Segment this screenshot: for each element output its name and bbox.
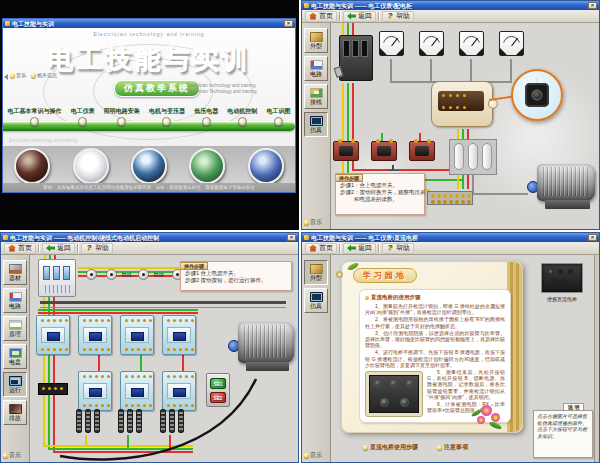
view-sidebar: 器材 电路 原理 电盘 运行 排故 音乐 xyxy=(1,255,30,462)
sidebar-view-appearance[interactable]: 外型 xyxy=(304,28,328,53)
start-button[interactable]: SB1 xyxy=(210,378,226,389)
app-icon xyxy=(3,235,8,240)
help-button[interactable]: 帮助 xyxy=(382,243,414,254)
menu-sphere-icon[interactable] xyxy=(238,117,247,126)
lesson-step: 4、进行电桥平衡调节。先按下按钮 B 接通电源，再按下按钮 G 接通检流计。根据… xyxy=(365,349,505,368)
transfer-switch[interactable] xyxy=(431,81,493,127)
close-button[interactable] xyxy=(287,234,296,241)
titlebar: 电工技能与实训 —— 电工仪表\直流电桥 xyxy=(302,233,599,242)
close-button[interactable] xyxy=(588,234,597,241)
view-sidebar: 外型 电路 接线 仿真 音乐 xyxy=(302,23,331,229)
splash-window: 电工技能与实训 Electrician technology and train… xyxy=(2,18,296,193)
menu-item-motor-control[interactable]: 电动机控制 xyxy=(227,108,257,126)
sidebar-view-panel-wiring[interactable]: 电盘 xyxy=(3,344,27,369)
wire xyxy=(470,59,472,81)
motor-fins xyxy=(543,167,588,196)
learning-canvas: 学习园地 直流电桥的使用步骤 1、测量前先打开检流计锁扣，即将 G 接线柱处的金… xyxy=(331,255,599,462)
main-breaker[interactable] xyxy=(38,259,76,297)
fuse-label-fu1: FU1 xyxy=(122,272,131,278)
window-title: 电工技能与实训 xyxy=(12,20,282,28)
wire xyxy=(347,83,349,179)
wire xyxy=(510,59,512,81)
current-transformer-2 xyxy=(371,141,397,161)
close-button[interactable] xyxy=(284,20,293,27)
contactor-label-chip xyxy=(131,332,144,341)
menu-item-lowvoltage[interactable]: 低压电器 xyxy=(194,108,218,126)
motor xyxy=(527,161,597,213)
window-title: 电工技能与实训 —— 电工仪表\直流电桥 xyxy=(311,234,586,242)
monitor-icon xyxy=(310,116,323,126)
menu-sphere-icon[interactable] xyxy=(274,117,283,126)
close-button[interactable] xyxy=(588,2,597,9)
sidebar-view-principle[interactable]: 原理 xyxy=(3,316,27,341)
sidebar-view-troubleshoot[interactable]: 排故 xyxy=(3,400,27,425)
home-button[interactable]: 首页 xyxy=(305,11,337,22)
resistor-coil xyxy=(178,409,184,433)
help-button[interactable]: 帮助 xyxy=(382,11,414,22)
sidebar-view-wiring[interactable]: 接线 xyxy=(304,84,328,109)
music-toggle[interactable]: 音乐 xyxy=(304,451,322,460)
starting-resistor-bank-2 xyxy=(118,409,142,433)
menu-item-motors-transformers[interactable]: 电机与变压器 xyxy=(149,108,185,126)
credits-text: 研制：大连海事大学信息工程学院信息教育技术研究所 出版：高等教育出版社 高等教育… xyxy=(43,185,255,190)
ct-terminal xyxy=(427,139,431,143)
music-toggle[interactable]: 音乐 xyxy=(3,451,21,460)
resistor-coil xyxy=(136,409,142,433)
main-breaker[interactable] xyxy=(339,35,373,81)
circuit-icon xyxy=(9,292,22,302)
ct-terminal xyxy=(338,139,342,143)
menu-sphere-icon[interactable] xyxy=(78,117,87,126)
music-ball-icon xyxy=(3,453,8,458)
app-logo-title: 电工技能与实训 xyxy=(3,42,295,77)
link-usage-steps[interactable]: 直流电桥使用步骤 xyxy=(363,443,418,452)
music-toggle[interactable]: 音乐 xyxy=(304,218,322,227)
bridge-device-photo xyxy=(365,371,423,417)
sidebar-view-simulation[interactable]: 仿真 xyxy=(304,288,328,313)
lesson-topic: 直流电桥的使用步骤 xyxy=(365,294,505,301)
breaker-handle[interactable] xyxy=(334,66,344,78)
contactor-km3 xyxy=(120,315,154,355)
menu-item-instruments[interactable]: 电工仪表 xyxy=(71,108,95,126)
ground-bar xyxy=(387,170,399,171)
sidebar-view-run[interactable]: 运行 xyxy=(3,372,27,397)
window-splash: 电工技能与实训 Electrician technology and train… xyxy=(0,0,299,230)
back-button[interactable]: 返回 xyxy=(42,243,75,254)
sidebar-view-appearance[interactable]: 外型 xyxy=(304,260,328,285)
splash-titlebar: 电工技能与实训 xyxy=(3,19,295,28)
sidebar-view-equipment[interactable]: 器材 xyxy=(3,260,27,285)
menu-sphere-icon[interactable] xyxy=(202,117,211,126)
menu-item-lighting[interactable]: 照明电路安装 xyxy=(104,108,140,126)
toolbar: 首页 返回 帮助 xyxy=(302,242,599,255)
menu-item-drawings[interactable]: 电工识图 xyxy=(266,108,290,126)
help-icon xyxy=(386,244,394,252)
contactor-terminals xyxy=(167,348,170,351)
sidebar-view-simulation[interactable]: 仿真 xyxy=(304,112,328,137)
sidebar-view-circuit[interactable]: 电路 xyxy=(3,288,27,313)
back-button[interactable]: 返回 xyxy=(343,11,376,22)
home-button[interactable]: 首页 xyxy=(305,243,337,254)
simulation-canvas: 操作步骤 步骤1：合上电源开关。 步骤2：按动转换开关，观察电压表 和电流表的读… xyxy=(331,23,599,229)
contactor-km7 xyxy=(162,371,196,411)
contactor-km4 xyxy=(162,315,196,355)
toolbar: 首页 返回 帮助 xyxy=(1,242,298,255)
home-button[interactable]: 首页 xyxy=(4,243,36,254)
help-button[interactable]: 帮助 xyxy=(81,243,113,254)
ct-terminal xyxy=(389,139,393,143)
fuse-cartridge xyxy=(482,143,492,170)
meter-corner xyxy=(436,48,443,55)
portable-bridge-thumbnail[interactable] xyxy=(541,263,583,293)
toolbar-separator xyxy=(339,244,341,253)
menu-item-basics[interactable]: 电工基本常识与操作 xyxy=(8,108,62,126)
contactor-terminals xyxy=(125,375,128,378)
link-precautions[interactable]: 注意事项 xyxy=(437,443,468,452)
menu-sphere-icon[interactable] xyxy=(30,117,39,126)
window-motor-control-sim: 电工技能与实训 —— 电动机控制\绕线式电动机启动控制 首页 返回 帮助 器材 … xyxy=(0,232,299,463)
back-button[interactable]: 返回 xyxy=(343,243,376,254)
ct-core xyxy=(377,146,391,156)
sidebar-view-circuit[interactable]: 电路 xyxy=(304,56,328,81)
contactor-terminals xyxy=(167,319,170,322)
menu-sphere-icon[interactable] xyxy=(162,117,171,126)
starting-resistor-bank-1 xyxy=(76,409,100,433)
stop-button[interactable]: SB2 xyxy=(210,392,226,403)
menu-sphere-icon[interactable] xyxy=(117,117,126,126)
